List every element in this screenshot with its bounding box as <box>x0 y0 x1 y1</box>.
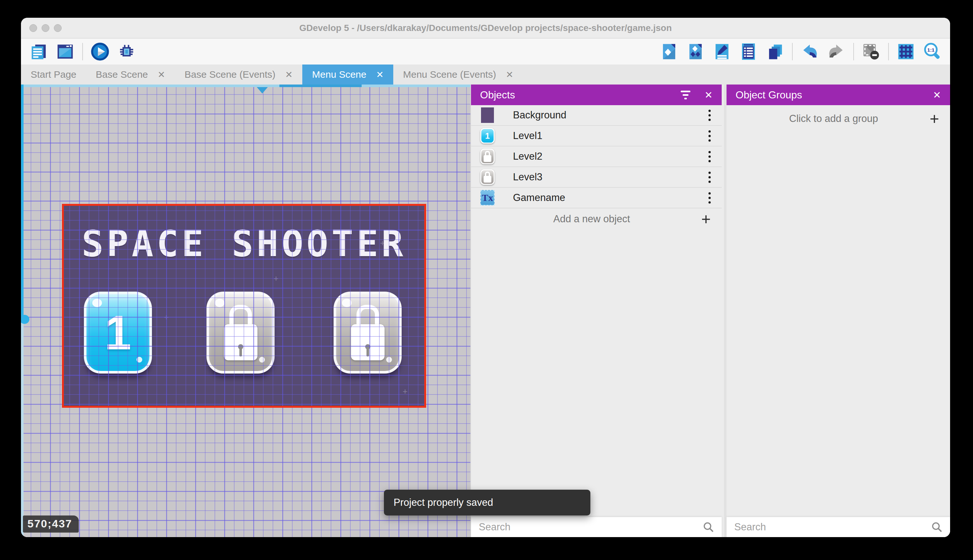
gloss-highlight <box>259 357 265 363</box>
object-menu-icon[interactable] <box>708 110 711 121</box>
object-row-level1[interactable]: 1 Level1 <box>471 126 722 147</box>
toolbar-right: 1:1 <box>660 42 942 61</box>
vertical-scrollbar-thumb[interactable] <box>21 85 23 319</box>
object-label: Level1 <box>513 130 708 142</box>
object-label: Level2 <box>513 151 708 162</box>
debug-icon[interactable] <box>117 42 136 61</box>
object-menu-icon[interactable] <box>708 172 711 183</box>
scene-background-instance[interactable]: + + + + + + + SPACE SHOOTER 1 <box>64 206 424 406</box>
grid-icon[interactable] <box>896 42 915 61</box>
level1-number: 1 <box>105 305 131 361</box>
object-thumbnail: 1 <box>480 128 495 144</box>
play-button[interactable] <box>91 42 109 61</box>
toast-message: Project properly saved <box>393 497 493 508</box>
close-tab-icon[interactable]: ✕ <box>158 69 165 80</box>
vertical-scroll-marker[interactable] <box>21 315 29 324</box>
object-groups-panel-title: Object Groups <box>736 89 919 101</box>
gloss-highlight <box>342 299 352 307</box>
add-object-row[interactable]: Add a new object + <box>471 208 722 230</box>
close-tab-icon[interactable]: ✕ <box>285 69 293 80</box>
start-page-icon[interactable] <box>56 42 75 61</box>
close-tab-icon[interactable]: ✕ <box>376 69 383 80</box>
level1-button-instance[interactable]: 1 <box>84 292 152 373</box>
object-menu-icon[interactable] <box>708 192 711 203</box>
tab-start-page[interactable]: Start Page <box>21 65 86 85</box>
tab-bar: Start Page Base Scene ✕ Base Scene (Even… <box>21 65 950 85</box>
object-label: Gamename <box>513 192 708 203</box>
cursor-coordinates: 570;437 <box>23 515 79 533</box>
save-toast: Project properly saved <box>384 490 590 515</box>
toolbar-separator <box>888 43 889 60</box>
gloss-highlight <box>215 299 225 307</box>
undo-button[interactable] <box>800 42 819 61</box>
tab-menu-scene-events[interactable]: Menu Scene (Events) ✕ <box>393 65 523 85</box>
star-decoration: + <box>273 273 278 283</box>
object-row-background[interactable]: Background <box>471 105 722 126</box>
objects-panel-title: Objects <box>480 89 681 101</box>
gloss-highlight <box>386 357 392 363</box>
add-object-plus-icon[interactable]: + <box>701 211 711 227</box>
lock-icon <box>351 305 385 360</box>
horizontal-scrollbar-thumb[interactable] <box>279 85 362 87</box>
object-groups-panel-header: Object Groups ✕ <box>726 85 950 105</box>
objects-panel: Objects ✕ Background 1 Level1 Level2 <box>470 85 722 537</box>
titlebar: GDevelop 5 - /Users/dkarakay/Documents/G… <box>21 18 950 38</box>
close-panel-icon[interactable]: ✕ <box>705 89 713 101</box>
gloss-highlight <box>92 299 102 307</box>
toolbar-separator <box>82 43 83 60</box>
object-row-level2[interactable]: Level2 <box>471 147 722 167</box>
main-content: + + + + + + + SPACE SHOOTER 1 <box>21 85 950 537</box>
objects-search-input[interactable] <box>479 521 703 533</box>
redo-button[interactable] <box>827 42 846 61</box>
object-groups-panel: Object Groups ✕ Click to add a group + <box>724 85 950 537</box>
vertical-scrollbar[interactable] <box>21 85 23 537</box>
zoom-1-1-icon[interactable]: 1:1 <box>923 42 942 61</box>
add-group-row[interactable]: Click to add a group + <box>726 105 950 132</box>
horizontal-scrollbar[interactable] <box>21 85 470 87</box>
close-panel-icon[interactable]: ✕ <box>933 89 941 101</box>
tab-label: Start Page <box>31 69 77 80</box>
object-label: Level3 <box>513 171 708 183</box>
tab-label: Base Scene (Events) <box>185 69 275 80</box>
object-menu-icon[interactable] <box>708 130 711 142</box>
objects-search-bar <box>471 517 722 537</box>
object-thumbnail <box>480 148 495 165</box>
level2-button-instance[interactable] <box>207 292 275 373</box>
project-manager-icon[interactable] <box>29 42 48 61</box>
tab-label: Base Scene <box>96 69 148 80</box>
add-group-label: Click to add a group <box>738 113 930 125</box>
mask-render-icon[interactable] <box>862 42 880 61</box>
level3-button-instance[interactable] <box>333 292 402 373</box>
layers-icon[interactable] <box>766 42 784 61</box>
close-tab-icon[interactable]: ✕ <box>506 69 513 80</box>
object-row-level3[interactable]: Level3 <box>471 167 722 188</box>
objects-editor-icon[interactable] <box>660 42 678 61</box>
filter-icon[interactable] <box>681 91 690 99</box>
star-decoration: + <box>164 312 169 322</box>
scene-canvas[interactable]: + + + + + + + SPACE SHOOTER 1 <box>21 85 470 537</box>
object-row-gamename[interactable]: Tx Gamename <box>471 188 722 208</box>
scene-title-text[interactable]: SPACE SHOOTER <box>64 223 424 265</box>
instances-list-icon[interactable] <box>739 42 758 61</box>
properties-icon[interactable] <box>713 42 731 61</box>
toolbar-separator <box>853 43 854 60</box>
object-label: Background <box>513 109 708 121</box>
horizontal-scroll-marker[interactable] <box>257 87 268 93</box>
object-groups-editor-icon[interactable] <box>686 42 705 61</box>
toolbar: 1:1 <box>21 39 950 65</box>
tab-base-scene-events[interactable]: Base Scene (Events) ✕ <box>175 65 302 85</box>
tab-base-scene[interactable]: Base Scene ✕ <box>86 65 175 85</box>
add-group-plus-icon[interactable]: + <box>930 111 939 127</box>
groups-search-input[interactable] <box>734 521 931 533</box>
window-title: GDevelop 5 - /Users/dkarakay/Documents/G… <box>21 23 950 33</box>
groups-search-bar <box>726 517 950 537</box>
object-thumbnail: Tx <box>480 190 495 206</box>
toolbar-left <box>29 42 136 61</box>
object-thumbnail <box>480 107 495 123</box>
tab-menu-scene[interactable]: Menu Scene ✕ <box>302 65 393 85</box>
toolbar-separator <box>792 43 793 60</box>
star-decoration: + <box>403 387 407 397</box>
search-icon <box>703 522 714 533</box>
gdevelop-window: GDevelop 5 - /Users/dkarakay/Documents/G… <box>21 18 950 537</box>
object-menu-icon[interactable] <box>708 151 711 162</box>
